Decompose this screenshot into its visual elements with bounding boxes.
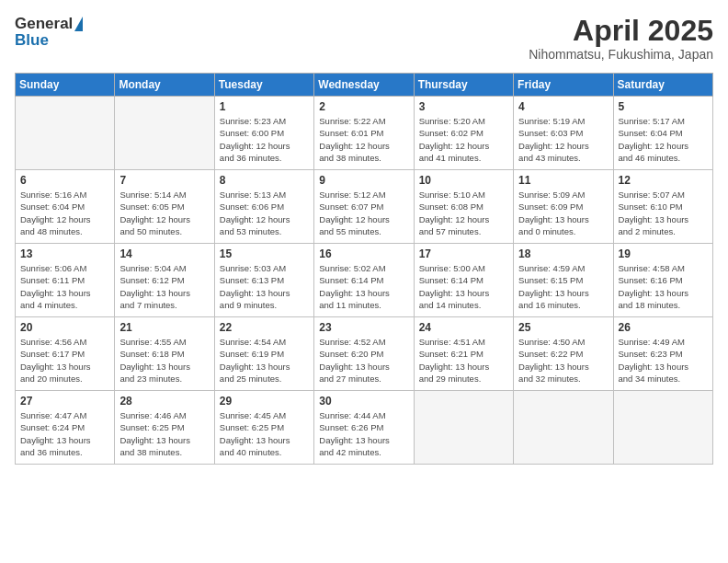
day-header-monday: Monday — [115, 74, 214, 97]
day-info: Sunrise: 5:09 AM Sunset: 6:09 PM Dayligh… — [518, 189, 608, 237]
week-row-1: 1Sunrise: 5:23 AM Sunset: 6:00 PM Daylig… — [16, 97, 713, 170]
day-number: 8 — [220, 174, 309, 187]
calendar-cell: 3Sunrise: 5:20 AM Sunset: 6:02 PM Daylig… — [414, 97, 513, 170]
day-number: 11 — [518, 174, 608, 187]
day-header-tuesday: Tuesday — [214, 74, 313, 97]
calendar-cell — [514, 391, 613, 465]
day-info: Sunrise: 4:49 AM Sunset: 6:23 PM Dayligh… — [619, 336, 708, 385]
calendar-cell: 26Sunrise: 4:49 AM Sunset: 6:23 PM Dayli… — [613, 317, 712, 391]
day-info: Sunrise: 5:16 AM Sunset: 6:04 PM Dayligh… — [20, 189, 109, 237]
day-info: Sunrise: 5:03 AM Sunset: 6:13 PM Dayligh… — [220, 262, 309, 311]
calendar-cell: 21Sunrise: 4:55 AM Sunset: 6:18 PM Dayli… — [115, 317, 214, 391]
calendar-cell: 22Sunrise: 4:54 AM Sunset: 6:19 PM Dayli… — [214, 317, 313, 391]
calendar-cell: 4Sunrise: 5:19 AM Sunset: 6:03 PM Daylig… — [514, 97, 613, 170]
day-info: Sunrise: 4:54 AM Sunset: 6:19 PM Dayligh… — [220, 336, 309, 385]
calendar-cell — [16, 97, 115, 170]
day-number: 24 — [419, 321, 508, 334]
calendar-cell: 1Sunrise: 5:23 AM Sunset: 6:00 PM Daylig… — [214, 97, 313, 170]
calendar-cell: 17Sunrise: 5:00 AM Sunset: 6:14 PM Dayli… — [414, 244, 513, 317]
week-row-5: 27Sunrise: 4:47 AM Sunset: 6:24 PM Dayli… — [16, 391, 713, 465]
calendar-cell: 2Sunrise: 5:22 AM Sunset: 6:01 PM Daylig… — [314, 97, 414, 170]
calendar-cell: 5Sunrise: 5:17 AM Sunset: 6:04 PM Daylig… — [613, 97, 712, 170]
week-row-3: 13Sunrise: 5:06 AM Sunset: 6:11 PM Dayli… — [16, 244, 713, 317]
day-info: Sunrise: 5:23 AM Sunset: 6:00 PM Dayligh… — [220, 115, 309, 164]
day-number: 22 — [220, 321, 309, 334]
day-header-saturday: Saturday — [613, 74, 712, 97]
calendar-cell — [613, 391, 712, 465]
calendar-cell: 23Sunrise: 4:52 AM Sunset: 6:20 PM Dayli… — [314, 317, 414, 391]
calendar-cell — [414, 391, 513, 465]
calendar-cell: 14Sunrise: 5:04 AM Sunset: 6:12 PM Dayli… — [115, 244, 214, 317]
calendar-cell: 29Sunrise: 4:45 AM Sunset: 6:25 PM Dayli… — [214, 391, 313, 465]
day-info: Sunrise: 5:17 AM Sunset: 6:04 PM Dayligh… — [619, 115, 708, 164]
calendar-cell: 18Sunrise: 4:59 AM Sunset: 6:15 PM Dayli… — [514, 244, 613, 317]
day-number: 25 — [518, 321, 608, 334]
day-info: Sunrise: 4:52 AM Sunset: 6:20 PM Dayligh… — [319, 336, 408, 385]
day-header-sunday: Sunday — [16, 74, 115, 97]
calendar-cell: 13Sunrise: 5:06 AM Sunset: 6:11 PM Dayli… — [16, 244, 115, 317]
day-header-friday: Friday — [514, 74, 613, 97]
day-info: Sunrise: 5:12 AM Sunset: 6:07 PM Dayligh… — [319, 189, 408, 237]
logo-blue: Blue — [15, 31, 49, 50]
day-number: 20 — [20, 321, 109, 334]
calendar-cell: 19Sunrise: 4:58 AM Sunset: 6:16 PM Dayli… — [613, 244, 712, 317]
week-row-2: 6Sunrise: 5:16 AM Sunset: 6:04 PM Daylig… — [16, 170, 713, 244]
day-number: 29 — [220, 395, 309, 408]
day-number: 18 — [518, 247, 608, 260]
day-info: Sunrise: 5:22 AM Sunset: 6:01 PM Dayligh… — [319, 115, 408, 164]
day-number: 15 — [220, 247, 309, 260]
calendar-cell: 25Sunrise: 4:50 AM Sunset: 6:22 PM Dayli… — [514, 317, 613, 391]
day-info: Sunrise: 5:13 AM Sunset: 6:06 PM Dayligh… — [220, 189, 309, 237]
day-info: Sunrise: 4:46 AM Sunset: 6:25 PM Dayligh… — [119, 409, 209, 458]
day-number: 1 — [220, 100, 309, 113]
calendar-cell: 10Sunrise: 5:10 AM Sunset: 6:08 PM Dayli… — [414, 170, 513, 244]
day-info: Sunrise: 4:47 AM Sunset: 6:24 PM Dayligh… — [20, 409, 109, 458]
header-row: SundayMondayTuesdayWednesdayThursdayFrid… — [16, 74, 713, 97]
day-number: 6 — [20, 174, 109, 187]
day-info: Sunrise: 4:55 AM Sunset: 6:18 PM Dayligh… — [119, 336, 209, 385]
day-info: Sunrise: 4:50 AM Sunset: 6:22 PM Dayligh… — [518, 336, 608, 385]
day-info: Sunrise: 5:14 AM Sunset: 6:05 PM Dayligh… — [119, 189, 209, 237]
day-info: Sunrise: 4:44 AM Sunset: 6:26 PM Dayligh… — [319, 409, 408, 458]
day-number: 19 — [619, 247, 708, 260]
day-number: 2 — [319, 100, 408, 113]
logo-general: General — [15, 15, 73, 33]
calendar-cell: 8Sunrise: 5:13 AM Sunset: 6:06 PM Daylig… — [214, 170, 313, 244]
day-info: Sunrise: 4:51 AM Sunset: 6:21 PM Dayligh… — [419, 336, 508, 385]
day-number: 5 — [619, 100, 708, 113]
day-info: Sunrise: 5:07 AM Sunset: 6:10 PM Dayligh… — [619, 189, 708, 237]
day-number: 26 — [619, 321, 708, 334]
day-number: 12 — [619, 174, 708, 187]
calendar-cell: 28Sunrise: 4:46 AM Sunset: 6:25 PM Dayli… — [115, 391, 214, 465]
day-info: Sunrise: 4:59 AM Sunset: 6:15 PM Dayligh… — [518, 262, 608, 311]
calendar-cell: 11Sunrise: 5:09 AM Sunset: 6:09 PM Dayli… — [514, 170, 613, 244]
day-info: Sunrise: 4:58 AM Sunset: 6:16 PM Dayligh… — [619, 262, 708, 311]
calendar-title: April 2025 — [529, 15, 713, 47]
header: General Blue April 2025 Nihommatsu, Fuku… — [15, 15, 713, 62]
day-info: Sunrise: 5:20 AM Sunset: 6:02 PM Dayligh… — [419, 115, 508, 164]
day-info: Sunrise: 5:06 AM Sunset: 6:11 PM Dayligh… — [20, 262, 109, 311]
day-info: Sunrise: 4:56 AM Sunset: 6:17 PM Dayligh… — [20, 336, 109, 385]
title-area: April 2025 Nihommatsu, Fukushima, Japan — [529, 15, 713, 62]
calendar-table: SundayMondayTuesdayWednesdayThursdayFrid… — [15, 73, 713, 465]
day-number: 23 — [319, 321, 408, 334]
day-number: 30 — [319, 395, 408, 408]
day-number: 14 — [119, 247, 209, 260]
day-number: 28 — [119, 395, 209, 408]
day-number: 9 — [319, 174, 408, 187]
day-number: 4 — [518, 100, 608, 113]
day-info: Sunrise: 5:19 AM Sunset: 6:03 PM Dayligh… — [518, 115, 608, 164]
calendar-cell: 6Sunrise: 5:16 AM Sunset: 6:04 PM Daylig… — [16, 170, 115, 244]
logo-triangle-icon — [74, 17, 83, 31]
calendar-cell: 30Sunrise: 4:44 AM Sunset: 6:26 PM Dayli… — [314, 391, 414, 465]
day-number: 27 — [20, 395, 109, 408]
day-header-wednesday: Wednesday — [314, 74, 414, 97]
day-info: Sunrise: 5:02 AM Sunset: 6:14 PM Dayligh… — [319, 262, 408, 311]
day-number: 10 — [419, 174, 508, 187]
day-header-thursday: Thursday — [414, 74, 513, 97]
day-info: Sunrise: 5:04 AM Sunset: 6:12 PM Dayligh… — [119, 262, 209, 311]
calendar-cell: 24Sunrise: 4:51 AM Sunset: 6:21 PM Dayli… — [414, 317, 513, 391]
day-number: 3 — [419, 100, 508, 113]
day-number: 17 — [419, 247, 508, 260]
day-number: 7 — [119, 174, 209, 187]
